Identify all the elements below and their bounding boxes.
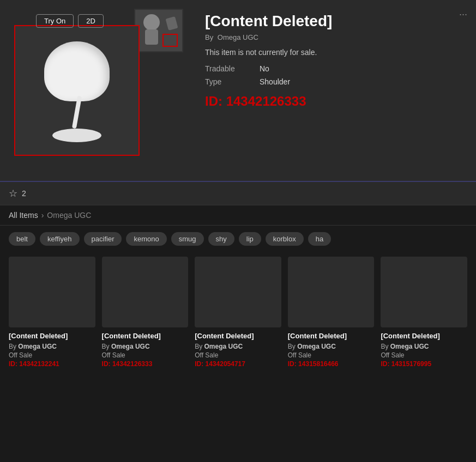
char-body [145,29,158,45]
item-id: ID: 14342126333 [205,94,467,109]
try-on-button[interactable]: Try On [36,14,74,28]
grid-item-id: ID: 14342054717 [195,360,281,368]
main-item-image [14,25,140,156]
tag-chip[interactable]: kemono [126,232,166,246]
item-title: [Content Deleted] [205,13,467,30]
tag-chip[interactable]: korblox [266,232,304,246]
favorite-star-icon[interactable]: ☆ [9,187,17,199]
grid-item-id: ID: 14342126333 [102,360,189,368]
tradable-label: Tradable [205,64,249,73]
tag-chip[interactable]: pacifier [84,232,122,246]
grid-item-image [381,257,467,327]
thumbnail-highlight-box [162,34,178,47]
breadcrumb-separator: › [41,211,44,220]
grid-item-image [288,257,375,327]
grid-item-creator: By Omega UGC [102,343,189,350]
item-details: Tradable No Type Shoulder [205,64,467,86]
2d-button[interactable]: 2D [78,14,104,28]
tag-chip[interactable]: belt [9,232,35,246]
grid-item-status: Off Sale [102,351,189,359]
grid-item[interactable]: [Content Deleted] By Omega UGC Off Sale … [288,257,375,368]
grid-item-title: [Content Deleted] [195,332,281,341]
grid-item-status: Off Sale [381,351,467,359]
lamp-base [52,129,101,142]
item-creator: By Omega UGC [205,33,467,41]
grid-item[interactable]: [Content Deleted] By Omega UGC Off Sale … [9,257,95,368]
grid-item-creator: By Omega UGC [381,343,467,350]
top-section: Try On 2D [Content Deleted] By Omega UGC… [0,0,476,181]
tag-chip[interactable]: shy [208,232,234,246]
type-value: Shoulder [260,77,290,86]
grid-item-id: ID: 14315816466 [288,360,375,368]
type-row: Type Shoulder [205,77,467,86]
grid-item-title: [Content Deleted] [9,332,95,341]
grid-item-creator: By Omega UGC [9,343,95,350]
grid-item-image [195,257,281,327]
grid-item-creator: By Omega UGC [195,343,281,350]
more-options-button[interactable]: ··· [459,9,467,20]
sale-status: This item is not currently for sale. [205,48,467,57]
tradable-value: No [260,64,269,73]
lamp-3d-model [31,36,123,145]
tradable-row: Tradable No [205,64,467,73]
grid-item[interactable]: [Content Deleted] By Omega UGC Off Sale … [381,257,467,368]
grid-item-title: [Content Deleted] [288,332,375,341]
grid-item-id: ID: 14315176995 [381,360,467,368]
type-label: Type [205,77,249,86]
grid-item[interactable]: [Content Deleted] By Omega UGC Off Sale … [102,257,189,368]
grid-item-image [9,257,95,327]
grid-item-creator: By Omega UGC [288,343,375,350]
items-grid: [Content Deleted] By Omega UGC Off Sale … [0,252,476,372]
grid-item-image [102,257,189,327]
tag-chip[interactable]: smug [171,232,204,246]
grid-item-status: Off Sale [288,351,375,359]
item-info-panel: [Content Deleted] By Omega UGC This item… [205,9,467,172]
breadcrumb-bar: All Items › Omega UGC [0,205,476,226]
grid-item[interactable]: [Content Deleted] By Omega UGC Off Sale … [195,257,281,368]
grid-item-title: [Content Deleted] [102,332,189,341]
grid-item-id: ID: 14342132241 [9,360,95,368]
grid-item-status: Off Sale [9,351,95,359]
creator-prefix: By [205,33,213,41]
favorites-row: ☆ 2 [0,181,476,205]
item-preview: Try On 2D [9,9,194,172]
creator-name[interactable]: Omega UGC [218,33,258,41]
tags-row: beltkeffiyehpacifierkemonosmugshylipkorb… [0,226,476,252]
breadcrumb-current: Omega UGC [47,211,91,220]
grid-item-title: [Content Deleted] [381,332,467,341]
lamp-head [44,41,110,101]
item-actions-row: Try On 2D [36,14,210,28]
tag-chip[interactable]: keffiyeh [40,232,80,246]
grid-item-status: Off Sale [195,351,281,359]
tag-chip[interactable]: ha [308,232,331,246]
favorites-count: 2 [22,189,26,198]
tag-chip[interactable]: lip [239,232,261,246]
breadcrumb-all-items[interactable]: All Items [9,211,38,220]
